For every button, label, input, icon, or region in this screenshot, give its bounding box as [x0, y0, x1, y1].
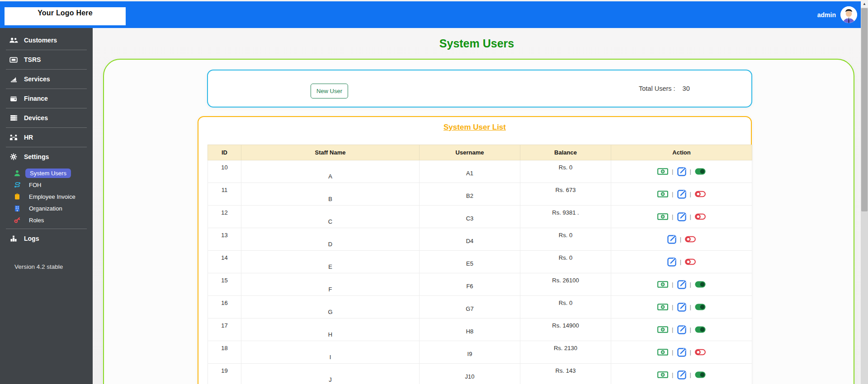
action-separator: |	[690, 371, 691, 378]
edit-icon[interactable]	[677, 167, 686, 176]
cell-actions: ||	[611, 183, 752, 206]
column-header-staff-name: Staff Name	[241, 145, 420, 160]
action-separator: |	[672, 326, 673, 333]
money-icon[interactable]	[657, 281, 668, 288]
sidebar-item-tsrs[interactable]: TSRS	[0, 50, 93, 69]
total-users-label: Total Users :	[639, 85, 675, 92]
action-separator: |	[672, 168, 673, 175]
cell-id: 13	[208, 228, 241, 251]
sidebar-subitem-employee-invoice[interactable]: Employee Invoice	[0, 191, 93, 202]
edit-icon[interactable]	[677, 280, 686, 289]
money-icon[interactable]	[657, 304, 668, 310]
action-separator: |	[672, 371, 673, 378]
sidebar-item-settings[interactable]: Settings	[0, 147, 93, 166]
toggle-off-icon[interactable]	[695, 349, 706, 356]
sidebar-item-label: Settings	[24, 153, 49, 160]
scroll-up-arrow[interactable]: ▲	[861, 0, 868, 8]
edit-icon[interactable]	[677, 348, 686, 357]
action-separator: |	[690, 213, 691, 220]
cell-actions: ||	[611, 160, 752, 183]
logo-box: Your Logo Here	[5, 7, 126, 25]
toggle-off-icon[interactable]	[685, 236, 696, 243]
cell-username: C3	[420, 206, 520, 228]
cell-staff-name: G	[241, 296, 420, 318]
sidebar-item-label: Services	[24, 75, 50, 83]
toggle-on-icon[interactable]	[695, 371, 706, 378]
sidebar-item-finance[interactable]: Finance	[0, 89, 93, 108]
user-avatar[interactable]	[840, 6, 857, 23]
edit-icon[interactable]	[677, 325, 686, 334]
sidebar-item-services[interactable]: Services	[0, 70, 93, 89]
table-row: 12CC3Rs. 9381 .||	[208, 206, 752, 228]
edit-icon[interactable]	[677, 370, 686, 379]
sidebar-item-logs[interactable]: Logs	[0, 229, 93, 248]
scrollbar[interactable]: ▲	[861, 0, 868, 384]
topbar-right: admin	[817, 1, 857, 28]
toggle-off-icon[interactable]	[685, 258, 696, 265]
toggle-off-icon[interactable]	[695, 213, 706, 220]
sidebar-subitem-label: Organization	[25, 204, 66, 213]
edit-icon[interactable]	[667, 235, 676, 244]
sidebar-subitem-system-users[interactable]: System Users	[0, 167, 93, 179]
cell-staff-name: C	[241, 206, 420, 228]
toggle-on-icon[interactable]	[695, 304, 706, 310]
sidebar-subitem-label: Roles	[25, 215, 47, 225]
edit-icon[interactable]	[677, 212, 686, 221]
cell-staff-name: H	[241, 318, 420, 341]
money-icon[interactable]	[657, 213, 668, 220]
table-row: 10AA1Rs. 0||	[208, 160, 752, 183]
column-header-id: ID	[208, 145, 241, 160]
money-icon[interactable]	[657, 191, 668, 197]
new-user-button[interactable]: New User	[311, 84, 348, 98]
total-users: Total Users :30	[639, 85, 690, 92]
cell-id: 17	[208, 318, 241, 341]
cell-actions: |	[611, 228, 752, 251]
cell-id: 11	[208, 183, 241, 206]
edit-icon[interactable]	[677, 190, 686, 199]
user-list-box: System User List IDStaff NameUsernameBal…	[198, 116, 752, 384]
cell-balance: Rs. 26100	[520, 273, 611, 296]
edit-icon[interactable]	[677, 303, 686, 312]
toggle-on-icon[interactable]	[695, 168, 706, 175]
route-icon	[14, 182, 21, 188]
cell-id: 12	[208, 206, 241, 228]
sidebar-subitem-organization[interactable]: Organization	[0, 202, 93, 214]
toggle-on-icon[interactable]	[695, 326, 706, 333]
money-icon[interactable]	[657, 168, 668, 175]
toggle-off-icon[interactable]	[695, 191, 706, 197]
submenu-settings: System UsersFOHEmployee InvoiceOrganizat…	[0, 166, 93, 229]
sidebar-subitem-foh[interactable]: FOH	[0, 179, 93, 191]
toggle-on-icon[interactable]	[695, 281, 706, 288]
toolbar-box: New User Total Users :30	[207, 70, 752, 108]
version-label: Version 4.2 stable	[0, 263, 93, 270]
money-icon[interactable]	[657, 326, 668, 333]
sidebar-item-label: Devices	[24, 114, 48, 122]
sidebar-item-customers[interactable]: Customers	[0, 31, 93, 50]
sidebar-item-hr[interactable]: HR	[0, 128, 93, 147]
users-group-icon	[9, 37, 18, 43]
column-header-action: Action	[611, 145, 752, 160]
cell-staff-name: I	[241, 341, 420, 364]
cell-username: B2	[420, 183, 520, 206]
cell-username: F6	[420, 273, 520, 296]
money-icon[interactable]	[657, 371, 668, 378]
cell-username: J10	[420, 364, 520, 384]
cell-actions: ||	[611, 206, 752, 228]
table-row: 19JJ10Rs. 143||	[208, 364, 752, 384]
action-separator: |	[690, 281, 691, 288]
cell-balance: Rs. 2130	[520, 341, 611, 364]
sidebar-item-devices[interactable]: Devices	[0, 108, 93, 127]
cell-actions: ||	[611, 364, 752, 384]
cell-id: 15	[208, 273, 241, 296]
edit-icon[interactable]	[667, 258, 676, 267]
cell-username: D4	[420, 228, 520, 251]
action-separator: |	[690, 168, 691, 175]
total-users-value: 30	[683, 85, 690, 92]
sidebar-subitem-roles[interactable]: Roles	[0, 214, 93, 226]
money-icon[interactable]	[657, 349, 668, 356]
action-separator: |	[680, 236, 681, 243]
logs-icon	[9, 235, 18, 242]
table-row: 11BB2Rs. 673||	[208, 183, 752, 206]
scrollbar-thumb[interactable]	[861, 8, 868, 211]
page-title: System Users	[93, 37, 861, 50]
